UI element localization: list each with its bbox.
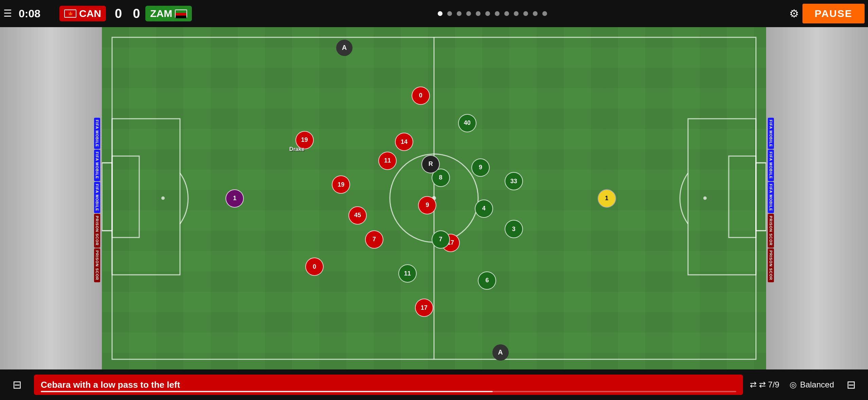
canada-flag: 🍁 xyxy=(64,9,76,18)
settings-icon[interactable]: ⚙ xyxy=(789,7,799,20)
substitution-icon: ⇄ xyxy=(750,380,757,389)
left-label-4: PRISON SCOR xyxy=(94,214,100,248)
player-4[interactable]: 4 xyxy=(475,199,493,218)
dot-11 xyxy=(533,11,538,16)
right-label-2: FIFA MOBILE xyxy=(768,150,774,181)
right-label-5: PRISON SCOR xyxy=(768,248,774,282)
commentary-text: Cebara with a low pass to the left xyxy=(41,380,180,390)
player-11-green[interactable]: 11 xyxy=(398,264,417,283)
left-label-2: FIFA MOBILE xyxy=(94,150,100,181)
right-label-4: PRISON SCOR xyxy=(768,214,774,248)
right-panel: FIFA MOBILE FIFA MOBILE FIFA MOBILE PRIS… xyxy=(766,0,868,400)
dot-10 xyxy=(523,11,528,16)
right-bottom-icon[interactable]: ⊟ xyxy=(841,378,861,391)
left-bottom-icon[interactable]: ⊟ xyxy=(7,378,27,391)
home-score: 0 xyxy=(115,6,122,21)
dot-5 xyxy=(476,11,481,16)
svg-rect-11 xyxy=(756,163,766,231)
player-6[interactable]: 6 xyxy=(478,271,496,290)
home-team-name: CAN xyxy=(79,8,101,19)
player-7-red[interactable]: 7 xyxy=(365,230,383,249)
svg-rect-10 xyxy=(102,163,112,231)
dot-4 xyxy=(466,11,471,16)
away-team-badge[interactable]: ZAM xyxy=(145,6,192,21)
left-label-1: FIFA MOBILE xyxy=(94,118,100,149)
player-45[interactable]: 45 xyxy=(348,206,367,225)
player-7-green[interactable]: 7 xyxy=(432,230,450,249)
bottom-bar: ⊟ Cebara with a low pass to the left ⇄ ⇄… xyxy=(0,369,868,400)
player-11-red[interactable]: 11 xyxy=(378,152,397,170)
player-0-top[interactable]: 0 xyxy=(412,87,430,105)
dot-8 xyxy=(504,11,509,16)
zambia-team-name: ZAM xyxy=(150,8,172,19)
button-a-top[interactable]: A xyxy=(336,40,352,56)
referee: R xyxy=(421,155,440,173)
dot-7 xyxy=(495,11,500,16)
dot-3 xyxy=(457,11,462,16)
button-a-bottom[interactable]: A xyxy=(492,344,509,361)
player-19b[interactable]: 19 xyxy=(332,175,350,194)
game-timer: 0:08 xyxy=(19,7,49,20)
player-1-gk[interactable]: 1 xyxy=(225,189,244,208)
left-panel: FIFA MOBILE FIFA MOBILE FIFA MOBILE PRIS… xyxy=(0,0,102,400)
right-label-1: FIFA MOBILE xyxy=(768,118,774,149)
svg-rect-8 xyxy=(729,156,756,237)
dot-12 xyxy=(542,11,547,16)
dot-9 xyxy=(514,11,519,16)
substitution-count: ⇄ 7/9 xyxy=(759,380,779,389)
dot-1 xyxy=(438,11,442,16)
commentary-bar: Cebara with a low pass to the left xyxy=(34,375,743,395)
top-bar: ☰ 0:08 🍁 CAN 0 0 ZAM ⚙ PAUSE xyxy=(0,0,868,27)
svg-point-9 xyxy=(703,196,707,200)
strategy-label: Balanced xyxy=(800,380,834,389)
zambia-flag xyxy=(175,9,187,18)
pause-button[interactable]: PAUSE xyxy=(802,4,865,23)
menu-icon[interactable]: ☰ xyxy=(3,9,12,18)
pitch-container: A 19 Drake 14 11 19 45 7 9 17 0 0 17 1 4… xyxy=(102,27,766,369)
football-pitch[interactable]: A 19 Drake 14 11 19 45 7 9 17 0 0 17 1 4… xyxy=(102,27,766,369)
left-label-3: FIFA MOBILE xyxy=(94,182,100,213)
player-19-drake[interactable]: 19 Drake xyxy=(295,131,314,149)
left-label-5: PRISON SCOR xyxy=(94,248,100,282)
left-side-labels: FIFA MOBILE FIFA MOBILE FIFA MOBILE PRIS… xyxy=(92,0,102,400)
right-side-labels: FIFA MOBILE FIFA MOBILE FIFA MOBILE PRIS… xyxy=(766,0,776,400)
svg-point-6 xyxy=(161,196,165,200)
dot-6 xyxy=(485,11,490,16)
player-9-red[interactable]: 9 xyxy=(418,196,436,214)
page-indicators xyxy=(438,11,547,16)
pitch-markings xyxy=(102,27,766,369)
player-14[interactable]: 14 xyxy=(395,133,413,151)
player-33[interactable]: 33 xyxy=(505,172,523,190)
player-17-bot[interactable]: 17 xyxy=(415,299,433,317)
home-team-badge[interactable]: 🍁 CAN xyxy=(59,6,106,21)
strategy-info[interactable]: ◎ Balanced xyxy=(790,380,834,389)
player-1-zam-gk[interactable]: 1 xyxy=(598,189,616,208)
commentary-progress-fill xyxy=(41,391,493,392)
right-label-3: FIFA MOBILE xyxy=(768,182,774,213)
substitution-info[interactable]: ⇄ ⇄ 7/9 xyxy=(750,380,779,389)
svg-rect-5 xyxy=(112,156,139,237)
away-score: 0 xyxy=(133,6,140,21)
player-0-bot[interactable]: 0 xyxy=(305,258,324,276)
player-9-green[interactable]: 9 xyxy=(471,158,490,177)
commentary-progress xyxy=(41,391,736,392)
dot-2 xyxy=(447,11,452,16)
player-40[interactable]: 40 xyxy=(458,114,476,132)
strategy-icon: ◎ xyxy=(790,380,797,389)
svg-rect-7 xyxy=(688,119,756,275)
svg-rect-4 xyxy=(112,119,180,275)
player-3[interactable]: 3 xyxy=(505,220,523,238)
player-drake-label: Drake xyxy=(289,146,304,152)
